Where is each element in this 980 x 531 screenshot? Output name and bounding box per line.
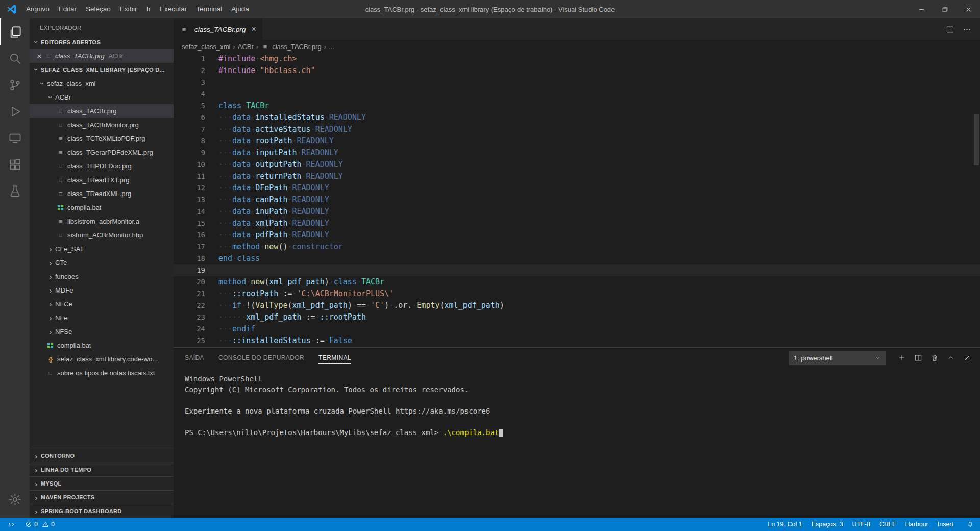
code-line[interactable]: 13···data·canPath·READONLY (174, 194, 980, 206)
close-editor-icon[interactable]: × (35, 52, 44, 60)
file-item-class-thpdfdoc-prg[interactable]: ≡class_THPDFDoc.prg (30, 159, 174, 173)
close-window-button[interactable] (957, 0, 980, 18)
menu-arquivo[interactable]: Arquivo (21, 0, 54, 18)
status-eol[interactable]: CRLF (875, 518, 901, 531)
activity-run-and-debug-icon[interactable] (0, 98, 30, 125)
activity-source-control-icon[interactable] (0, 71, 30, 98)
status-cursor-position[interactable]: Ln 19, Col 1 (763, 518, 806, 531)
menu-ir[interactable]: Ir (142, 0, 155, 18)
code-line[interactable]: 7···data·activeStatus·READONLY (174, 124, 980, 135)
split-editor-icon[interactable] (943, 22, 957, 36)
breadcrumb-item[interactable]: class_TACBr.prg (272, 43, 322, 51)
status-encoding[interactable]: UTF-8 (847, 518, 874, 531)
code-line[interactable]: 16···data·pdfPath·READONLY (174, 229, 980, 241)
folder-item-cfe-sat[interactable]: ›CFe_SAT (30, 242, 174, 256)
file-item-class-tctexmltopdf-prg[interactable]: ≡class_TCTeXMLtoPDF.prg (30, 132, 174, 146)
menu-exibir[interactable]: Exibir (115, 0, 142, 18)
folder-item-acbr[interactable]: ›ACBr (30, 90, 174, 104)
code-line[interactable]: 9···data·inputPath·READONLY (174, 147, 980, 159)
remote-indicator[interactable] (3, 518, 19, 531)
code-line[interactable]: 23······xml_pdf_path·:=·::rootPath (174, 311, 980, 323)
open-editor-item[interactable]: ×≡class_TACBr.prgACBr (30, 49, 174, 63)
file-item-sistrom-acbrmonitor-hbp[interactable]: ≡sistrom_ACBrMonitor.hbp (30, 228, 174, 242)
problems-indicator[interactable]: 0 0 (20, 518, 61, 531)
file-item-sefaz-class-xml-library-code-wo[interactable]: {}sefaz_class_xml library.code-wo... (30, 352, 174, 366)
section-linha-do-tempo[interactable]: ›LINHA DO TEMPO (30, 463, 174, 476)
file-item-sobre-os-tipos-de-notas-fiscais-txt[interactable]: ≡sobre os tipos de notas fiscais.txt (30, 366, 174, 380)
activity-search-icon[interactable] (0, 45, 30, 71)
code-line[interactable]: 18end·class (174, 253, 980, 264)
status-indentation[interactable]: Espaços: 3 (807, 518, 848, 531)
section-contorno[interactable]: ›CONTORNO (30, 449, 174, 463)
code-line[interactable]: 2#include·"hbclass.ch" (174, 65, 980, 77)
code-line[interactable]: 14···data·inuPath·READONLY (174, 206, 980, 218)
breadcrumb-item[interactable]: sefaz_class_xml (182, 43, 230, 51)
folder-item-sefaz-class-xml[interactable]: ›sefaz_class_xml (30, 77, 174, 90)
status-language-mode[interactable]: Harbour (901, 518, 933, 531)
activity-remote-explorer-icon[interactable] (0, 125, 30, 151)
file-item-class-tgerarpdfdexml-prg[interactable]: ≡class_TGerarPDFdeXML.prg (30, 146, 174, 159)
tab-class-tacbr-prg[interactable]: ≡ class_TACBr.prg × (174, 18, 262, 40)
file-item-libsistrom-acbrmonitor-a[interactable]: ≡libsistrom_acbrMonitor.a (30, 214, 174, 228)
code-line[interactable]: 6···data·installedStatus·READONLY (174, 112, 980, 124)
terminal-content[interactable]: Windows PowerShellCopyright (C) Microsof… (174, 368, 980, 518)
panel-tab-terminal[interactable]: TERMINAL (318, 348, 351, 368)
folder-item-mdfe[interactable]: ›MDFe (30, 283, 174, 297)
code-line[interactable]: 3 (174, 77, 980, 88)
code-line[interactable]: 5class·TACBr (174, 100, 980, 112)
code-line[interactable]: 4 (174, 88, 980, 100)
split-terminal-icon[interactable] (911, 351, 925, 365)
activity-explorer-icon[interactable] (0, 18, 30, 45)
new-terminal-icon[interactable] (895, 351, 909, 365)
code-line[interactable]: 19 (174, 264, 980, 276)
folder-item-nfse[interactable]: ›NFSe (30, 325, 174, 339)
folder-item-nfce[interactable]: ›NFCe (30, 297, 174, 311)
close-panel-icon[interactable] (960, 351, 974, 365)
code-line[interactable]: 17···method·new()·constructor (174, 241, 980, 253)
kill-terminal-icon[interactable] (927, 351, 941, 365)
code-line[interactable]: 24···endif (174, 323, 980, 335)
code-line[interactable]: 25···::installedStatus·:=·False (174, 335, 980, 347)
tab-close-icon[interactable]: × (252, 25, 256, 34)
restore-button[interactable] (933, 0, 957, 18)
section-maven-projects[interactable]: ›MAVEN PROJECTS (30, 490, 174, 504)
section-mysql[interactable]: ›MYSQL (30, 476, 174, 490)
editor-scrollbar[interactable] (974, 114, 979, 165)
code-editor[interactable]: 1#include·<hmg.ch>2#include·"hbclass.ch"… (174, 53, 980, 347)
panel-tab-sa-da[interactable]: SAÍDA (185, 348, 204, 368)
menu-editar[interactable]: Editar (54, 0, 81, 18)
code-line[interactable]: 15···data·xmlPath·READONLY (174, 218, 980, 229)
notifications-bell-icon[interactable] (962, 518, 980, 531)
menu-sele-o[interactable]: Seleção (81, 0, 115, 18)
file-item-class-tacbr-prg[interactable]: ≡class_TACBr.prg (30, 104, 174, 118)
activity-extensions-icon[interactable] (0, 151, 30, 178)
menu-ajuda[interactable]: Ajuda (227, 0, 254, 18)
status-insert-mode[interactable]: Insert (933, 518, 958, 531)
manage-gear-icon[interactable] (0, 486, 30, 513)
file-item-class-treadxml-prg[interactable]: ≡class_TReadXML.prg (30, 187, 174, 201)
terminal-picker[interactable]: 1: powershell (789, 351, 886, 365)
code-line[interactable]: 11···data·returnPath·READONLY (174, 171, 980, 182)
file-item-compila-bat[interactable]: compila.bat (30, 201, 174, 214)
menu-executar[interactable]: Executar (155, 0, 191, 18)
file-item-class-treadtxt-prg[interactable]: ≡class_TReadTXT.prg (30, 173, 174, 187)
code-line[interactable]: 10···data·outputPath·READONLY (174, 159, 980, 171)
more-actions-icon[interactable] (960, 22, 974, 36)
folder-item-cte[interactable]: ›CTe (30, 256, 174, 270)
maximize-panel-icon[interactable] (944, 351, 958, 365)
file-item-class-tacbrmonitor-prg[interactable]: ≡class_TACBrMonitor.prg (30, 118, 174, 132)
code-line[interactable]: 22···if·!(ValType(xml_pdf_path)·==·'C')·… (174, 300, 980, 311)
breadcrumb-item[interactable]: ACBr (238, 43, 254, 51)
folder-item-funcoes[interactable]: ›funcoes (30, 270, 174, 283)
code-line[interactable]: 20method·new(xml_pdf_path)·class·TACBr (174, 276, 980, 288)
code-line[interactable]: 21···::rootPath·:=·'C:\ACBrMonitorPLUS\' (174, 288, 980, 300)
workspace-section-header[interactable]: › SEFAZ_CLASS_XML LIBRARY (ESPAÇO D... (30, 63, 174, 77)
code-line[interactable]: 1#include·<hmg.ch> (174, 53, 980, 65)
activity-testing-icon[interactable] (0, 178, 30, 204)
code-line[interactable]: 12···data·DFePath·READONLY (174, 182, 980, 194)
code-line[interactable]: 8···data·rootPath·READONLY (174, 135, 980, 147)
section-spring-boot-dashboard[interactable]: ›SPRING-BOOT DASHBOARD (30, 504, 174, 518)
folder-item-nfe[interactable]: ›NFe (30, 311, 174, 325)
panel-tab-console-do-depurador[interactable]: CONSOLE DO DEPURADOR (218, 348, 304, 368)
open-editors-header[interactable]: › EDITORES ABERTOS (30, 35, 174, 49)
